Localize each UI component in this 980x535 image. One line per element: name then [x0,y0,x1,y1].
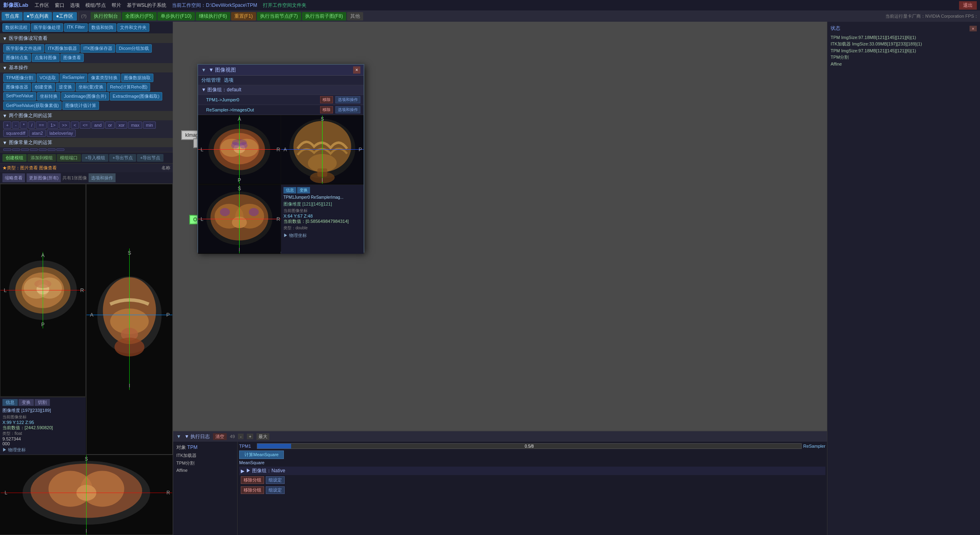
add-to-module-btn[interactable]: 添加到模组 [27,154,56,162]
thumbnail-view-btn[interactable]: 缩略查看 [2,173,25,182]
tag-pixel-type[interactable]: 像素类型转换 [88,74,120,82]
op-or[interactable]: or [105,121,115,129]
op-min[interactable]: min [143,121,156,129]
axial-view[interactable]: A P L R [0,184,86,397]
group-settings-btn1[interactable]: 组设定 [266,476,285,484]
op-plus[interactable]: + [3,121,11,129]
op-and[interactable]: and [91,121,104,129]
menu-workspace[interactable]: 工作区 [32,1,52,10]
exec-step-btn[interactable]: 单步执行(F10) [157,12,195,21]
tag-itk-filter[interactable]: ITK Filter [64,23,88,32]
section-basic-ops-header[interactable]: ▼ 基本操作 [0,63,173,72]
tpm1-opt-btn[interactable]: 选项和操作 [335,96,360,103]
tag-points-to-image[interactable]: 点集转图像 [32,54,60,62]
tag-file[interactable]: 文件和文件夹 [117,23,149,32]
tag-coord-transform[interactable]: 坐标(量)变换 [76,83,106,91]
op-lte[interactable]: <= [80,121,91,129]
exec-reset-btn[interactable]: 重置(F1) [231,12,256,21]
log-clear-btn[interactable]: 清空 [213,433,227,440]
op-squarediff[interactable]: squarediff [3,130,28,137]
tag-resampler[interactable]: ReSampler [60,74,87,82]
op-eq[interactable]: == [36,121,47,129]
section-const-ops-header[interactable]: ▼ 图像常量之间的运算 [0,138,173,147]
tag-reho[interactable]: Reho(计算Reho图) [107,83,150,91]
tag-numeric[interactable]: 数值和矩阵 [89,23,116,32]
tag-itk-saver[interactable]: ITK图像保存器 [81,44,115,53]
const-op-4[interactable] [30,148,38,151]
dialog-coronal-view[interactable]: S I L R [198,185,281,254]
compute-meansquare-btn[interactable]: 计算MeanSquare [239,451,284,459]
dialog-physical-coord[interactable]: ▶ 物理坐标 [283,233,361,239]
op-gt1[interactable]: 1> [48,121,58,129]
tag-coord-conv[interactable]: 坐标转换 [37,92,60,101]
info-tab-cut[interactable]: 切割 [35,399,50,406]
const-op-7[interactable] [56,148,64,151]
log-item-tpm-segment[interactable]: TPM分割 [175,459,236,467]
options-btn[interactable]: 选项 [224,77,234,84]
tpm1-remove-btn[interactable]: 移除 [320,96,333,103]
log-max-btn[interactable]: 最大 [256,433,269,440]
sagittal-view[interactable]: S I A P [86,184,173,455]
exec-other-btn[interactable]: 其他 [347,12,363,21]
options-ops-btn[interactable]: 选项和操作 [89,173,116,182]
tag-tpm-segment[interactable]: TPM图像分割 [3,74,36,82]
workspace-btn[interactable]: ●工作区 [53,12,76,21]
section-medical-rw-header[interactable]: ▼ 医学图像读写查看 [0,34,173,43]
exec-current-node-btn[interactable]: 执行当前节点(F7) [257,12,301,21]
const-op-5[interactable] [39,148,47,151]
module-port-btn[interactable]: 模组端口 [57,154,81,162]
export-node-btn[interactable]: +导出节点 [109,154,136,162]
dialog-axial-view[interactable]: A P L R [198,115,281,184]
op-xor[interactable]: xor [116,121,127,129]
menu-open-folder[interactable]: 打开工作空间文件夹 [261,1,309,10]
op-atan2[interactable]: atan2 [29,130,46,137]
tag-dicom[interactable]: Dicom分组加载 [116,44,152,53]
log-plus-btn[interactable]: + [247,434,253,439]
tag-joint-image[interactable]: JointImage(图像合并) [61,92,109,101]
dialog-sagittal-view[interactable]: S I A P [281,115,364,184]
tag-getpixel[interactable]: GetPixelValue(获取像素值) [3,101,62,110]
tag-file-select[interactable]: 医学影像文件选择 [3,44,44,53]
physical-coord[interactable]: ▶ 物理坐标 [2,447,83,453]
resampler-opt-btn[interactable]: 选项和操作 [335,106,360,113]
remove-group-btn2[interactable]: 移除分组 [241,486,264,494]
op-lt[interactable]: < [71,121,79,129]
log-item-object[interactable]: 对象 TPM [175,443,236,452]
node-list-btn[interactable]: ●节点列表 [23,12,52,21]
section-two-image-ops-header[interactable]: ▼ 两个图像之间的运算 [0,111,173,120]
const-op-6[interactable] [48,148,56,151]
tag-create-transform[interactable]: 创建变换 [32,83,55,91]
info-tab-info[interactable]: 信息 [2,399,18,406]
const-op-1[interactable] [3,148,11,151]
menu-help[interactable]: 帮片 [109,1,124,10]
op-max[interactable]: max [128,121,142,129]
log-item-affine[interactable]: Affine [175,467,236,473]
op-labeloverlay[interactable]: labeloverlay [47,130,76,137]
menu-window[interactable]: 窗口 [52,1,67,10]
resampler-remove-btn[interactable]: 移除 [320,106,333,113]
tag-image-view[interactable]: 图像查看 [60,54,84,62]
menu-modules[interactable]: 模组/节点 [83,1,108,10]
dialog-tab-resampler[interactable]: 变换 [297,187,310,193]
op-div[interactable]: / [28,121,35,129]
tag-extract-image[interactable]: ExtractImage(图像截取) [110,92,162,101]
exit-btn[interactable]: 退出 [959,1,977,10]
export-node-btn2[interactable]: +导出节点 [137,154,163,162]
log-item-itk[interactable]: ITK加载器 [175,452,236,459]
manage-btn[interactable]: 分组管理 [201,77,221,84]
exec-console-btn[interactable]: 执行控制台 [91,12,121,21]
create-module-btn[interactable]: 创建模组 [2,154,27,162]
op-minus[interactable]: - [12,121,19,129]
op-rshift[interactable]: >> [59,121,70,129]
exec-full-btn[interactable]: 全图执行(F5) [122,12,157,21]
tag-setpixel[interactable]: SetPixelValue [3,92,36,101]
log-minus-btn[interactable]: - [238,434,244,439]
tag-image-to-points[interactable]: 图像转点集 [3,54,31,62]
remove-group-btn1[interactable]: 移除分组 [241,476,264,484]
const-op-3[interactable] [21,148,29,151]
tag-image-stats[interactable]: 图像统计值计算 [62,101,99,110]
menu-wsl[interactable]: 基于WSL的子系统 [124,1,169,10]
dialog-tab-tpm1[interactable]: 信息 [283,187,296,193]
tag-medical-imaging[interactable]: 医学影像处理 [31,23,63,32]
op-mul[interactable]: * [20,121,27,129]
